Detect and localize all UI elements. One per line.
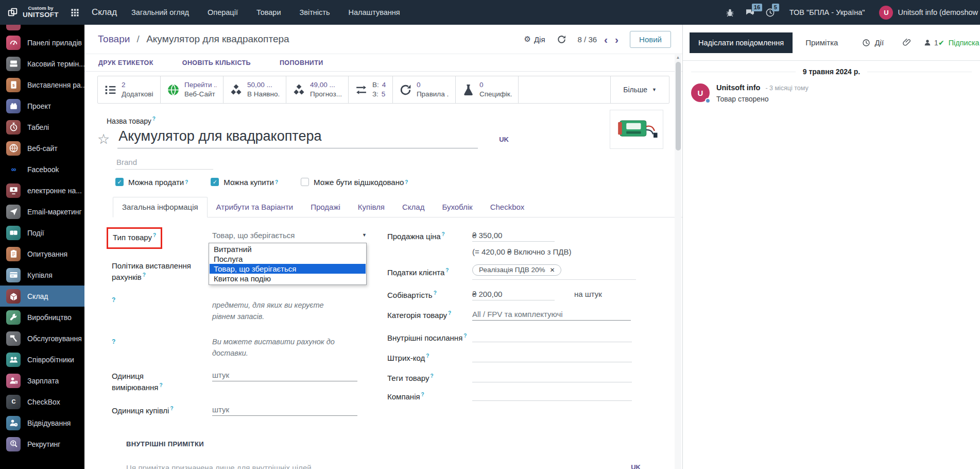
activities-button[interactable]: Дії — [862, 38, 884, 47]
sidebar-item-label: Веб-сайт — [27, 144, 58, 153]
apps-menu-button[interactable] — [63, 8, 88, 17]
sidebar-item-elearning[interactable]: електронне на... — [0, 180, 84, 201]
sidebar-item-attendances[interactable]: Відвідування — [0, 412, 84, 433]
sidebar-item-dashboards[interactable]: Панелі приладів — [0, 32, 84, 53]
action-link-0[interactable]: ДРУК ЕТИКЕТОК — [98, 59, 153, 66]
checkbox-box-icon[interactable]: ✓ — [211, 178, 219, 186]
topbar-menu-item-4[interactable]: Налаштування — [348, 8, 400, 16]
send-message-button[interactable]: Надіслати повідомлення — [690, 32, 793, 53]
sidebar-item-survey[interactable]: Опитування — [0, 243, 84, 264]
message-author[interactable]: Unitsoft info — [716, 83, 760, 92]
checkbox-box-icon[interactable] — [301, 178, 309, 186]
reload-icon[interactable] — [557, 35, 566, 44]
smart-button-3[interactable]: 49,00 ...Прогноз... — [286, 76, 349, 103]
pager-next-icon[interactable]: › — [615, 34, 618, 45]
smart-button-0[interactable]: 2Додаткові Цін — [98, 76, 161, 103]
tab-3[interactable]: Купівля — [349, 197, 393, 217]
type-option-2[interactable]: Товар, що зберігається — [210, 264, 366, 274]
action-menu-button[interactable]: ⚙ Дія — [524, 35, 545, 44]
action-link-2[interactable]: ПОПОВНИТИ — [280, 59, 323, 66]
product-image[interactable] — [610, 110, 663, 149]
type-option-3[interactable]: Квиток на подію — [210, 274, 366, 283]
checkbox-box-icon[interactable]: ✓ — [115, 178, 124, 186]
scrollbar-thumb[interactable] — [676, 62, 681, 150]
type-option-1[interactable]: Послуга — [210, 254, 366, 264]
checkbox-2[interactable]: Може бути відшкодовано? — [301, 178, 408, 187]
sidebar-item-recruitment[interactable]: Рекрутинг — [0, 433, 84, 455]
brand-input[interactable]: Brand — [115, 157, 213, 170]
smart-button-4[interactable]: В:4З:5 — [349, 76, 393, 103]
sidebar-item-employees[interactable]: Співробітники — [0, 349, 84, 370]
date-divider-label: 9 травня 2024 р. — [803, 68, 860, 76]
smart-button-2[interactable]: 50,00 ...В Наявно... — [223, 76, 286, 103]
barcode-input[interactable] — [472, 353, 632, 362]
message-avatar[interactable]: U — [691, 83, 710, 102]
sidebar-item-inventory[interactable]: Склад — [0, 286, 84, 307]
tab-4[interactable]: Склад — [393, 197, 433, 217]
sidebar-item-partial-icon[interactable] — [6, 25, 21, 30]
type-option-0[interactable]: Витратний — [210, 244, 366, 254]
new-record-button[interactable]: Новий — [630, 31, 671, 48]
vertical-scrollbar[interactable]: ▲ — [675, 53, 681, 469]
tab-1[interactable]: Атрибути та Варіанти — [208, 197, 302, 217]
category-input[interactable]: All / FPV та комплектуючі — [472, 310, 631, 321]
company-input[interactable] — [472, 391, 632, 401]
cost-input[interactable]: ₴ 200,00 — [472, 290, 555, 300]
checkbox-0[interactable]: ✓Можна продати? — [115, 178, 188, 187]
tax-tag-remove-icon[interactable]: ✕ — [549, 266, 555, 274]
internal-reference-input[interactable] — [472, 332, 632, 342]
sidebar-item-checkbox[interactable]: CCheckBox — [0, 391, 84, 412]
sidebar-item-facebook[interactable]: ∞Facebook — [0, 159, 84, 180]
debug-bug-icon[interactable] — [725, 8, 735, 18]
product-name-input[interactable]: Акумулятор для квадракоптера — [117, 128, 478, 148]
action-link-1[interactable]: ОНОВІТЬ КІЛЬКІСТЬ — [182, 59, 251, 66]
tab-6[interactable]: Checkbox — [482, 197, 534, 217]
activities-clock-icon[interactable]: 5 — [765, 8, 775, 18]
sidebar-item-email-marketing[interactable]: Email-маркетинг — [0, 201, 84, 222]
product-tags-input[interactable] — [472, 373, 632, 382]
subscribe-button[interactable]: ✔ Підписка — [938, 39, 979, 47]
favorite-star-icon[interactable]: ☆ — [97, 132, 110, 148]
notes-translate-badge[interactable]: UK — [631, 463, 641, 469]
pager-previous-icon[interactable]: ‹ — [604, 34, 608, 45]
translate-badge[interactable]: UK — [499, 136, 509, 148]
more-smart-buttons[interactable]: Більше▼ — [610, 76, 669, 103]
sidebar-item-website[interactable]: Веб-сайт — [0, 138, 84, 159]
sidebar-item-project[interactable]: Проект — [0, 95, 84, 116]
sidebar-item-manufacturing[interactable]: Виробництво — [0, 307, 84, 328]
sidebar-item-maintenance[interactable]: Обслуговування — [0, 328, 84, 349]
sales-price-input[interactable]: ₴ 350,00 — [472, 231, 555, 242]
unitsoft-logo[interactable]: Custom by UNITSOFT — [0, 6, 63, 19]
breadcrumb-parent[interactable]: Товари — [98, 34, 130, 44]
log-note-tab[interactable]: Примітка — [805, 38, 838, 47]
sidebar-item-payroll[interactable]: $Зарплата — [0, 370, 84, 391]
sidebar-item-timesheets[interactable]: Табелі — [0, 116, 84, 138]
product-type-select[interactable]: Товар, що зберігається ▼ ВитратнийПослуг… — [212, 231, 367, 240]
topbar-menu-item-2[interactable]: Товари — [256, 8, 281, 16]
topbar-menu-item-1[interactable]: Операції — [208, 8, 238, 16]
scroll-up-icon[interactable]: ▲ — [675, 53, 681, 60]
topbar-menu-item-3[interactable]: Звітність — [299, 8, 330, 16]
smart-button-5[interactable]: 0Правила ... — [393, 76, 456, 103]
sidebar-item-events[interactable]: Події — [0, 222, 84, 243]
user-menu[interactable]: U Unitsoft info (demoshow — [879, 6, 978, 20]
smart-button-6[interactable]: 0Специфік... — [456, 76, 519, 103]
followers-button[interactable]: 1 — [923, 39, 938, 47]
sidebar-item-invoicing[interactable]: $Виставлення ра... — [0, 74, 84, 95]
smart-button-1[interactable]: Перейти ...Веб-Сайт — [161, 76, 223, 103]
sidebar-item-purchase[interactable]: Купівля — [0, 264, 84, 286]
current-app-name[interactable]: Склад — [92, 7, 117, 18]
tab-2[interactable]: Продажі — [302, 197, 349, 217]
paperclip-icon[interactable] — [902, 38, 912, 47]
tax-tag[interactable]: Реалізація ПДВ 20% ✕ — [472, 264, 561, 276]
company-switcher[interactable]: ТОВ "БПЛА - Україна" — [789, 8, 865, 16]
uom-input[interactable]: штук — [212, 371, 357, 381]
internal-notes-input[interactable]: Ця примітка призначена лише для внутрішн… — [126, 463, 314, 469]
messages-icon[interactable]: 16 — [745, 8, 755, 18]
purchase-uom-input[interactable]: штук — [212, 405, 357, 416]
sidebar-item-pos[interactable]: Касовий термін... — [0, 53, 84, 74]
checkbox-1[interactable]: ✓Можна купити? — [211, 178, 278, 187]
tab-5[interactable]: Бухоблік — [433, 197, 481, 217]
topbar-menu-item-0[interactable]: Загальний огляд — [131, 8, 189, 16]
tab-0[interactable]: Загальна інформація — [113, 197, 208, 217]
